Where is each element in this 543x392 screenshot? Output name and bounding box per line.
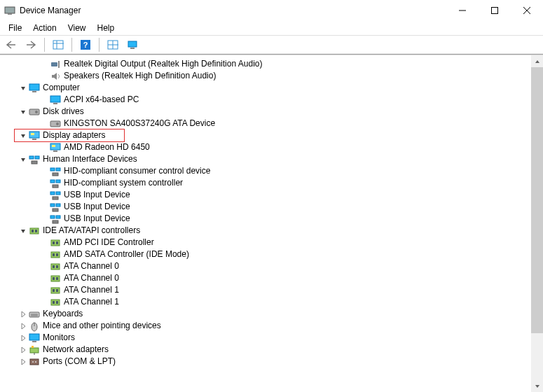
ide-icon [50, 297, 61, 308]
tree-node[interactable]: AMD PCI IDE Controller [4, 237, 531, 248]
tree-node-label: USB Input Device [64, 189, 130, 201]
keyboard-icon [29, 309, 40, 320]
tree-node[interactable]: Human Interface Devices [4, 153, 531, 165]
vertical-scrollbar[interactable] [531, 55, 543, 392]
device-tree[interactable]: Realtek Digital Output (Realtek High Def… [0, 55, 531, 392]
tree-node[interactable]: ATA Channel 1 [4, 296, 531, 308]
tree-node[interactable]: AMD Radeon HD 6450 [4, 141, 531, 153]
ide-icon [29, 225, 40, 237]
expand-toggle[interactable] [18, 309, 28, 319]
tree-node[interactable]: Display adapters [4, 130, 531, 141]
svg-rect-65 [51, 288, 60, 293]
expand-toggle[interactable] [18, 131, 28, 141]
tree-node[interactable]: USB Input Device [4, 213, 531, 225]
tree-node[interactable]: Ports (COM & LPT) [4, 356, 531, 368]
speaker-icon [50, 71, 61, 82]
menubar: File Action View Help [0, 21, 543, 35]
svg-rect-6 [53, 41, 63, 49]
menu-help[interactable]: Help [92, 22, 121, 34]
svg-rect-69 [53, 301, 55, 304]
tree-node-label: HID-compliant consumer control device [64, 165, 210, 177]
tree-node[interactable]: Network adapters [4, 344, 531, 356]
svg-rect-27 [31, 133, 34, 135]
tree-node[interactable]: Speakers (Realtek High Definition Audio) [4, 70, 531, 82]
disk-icon [29, 106, 40, 118]
tree-node[interactable]: Disk drives [4, 106, 531, 118]
tree-node-label: KINGSTON SA400S37240G ATA Device [64, 118, 215, 130]
content-area: Realtek Digital Output (Realtek High Def… [0, 55, 543, 392]
svg-rect-41 [50, 192, 55, 195]
tree-node[interactable]: Keyboards [4, 308, 531, 320]
help-button[interactable]: ? [77, 37, 94, 52]
tree-node[interactable]: Mice and other pointing devices [4, 320, 531, 332]
expand-toggle [39, 143, 49, 153]
tree-node-label: Human Interface Devices [43, 153, 137, 165]
tree-node[interactable]: IDE ATA/ATAPI controllers [4, 225, 531, 237]
monitor-icon [29, 332, 40, 344]
tree-node[interactable]: HID-compliant system controller [4, 177, 531, 189]
scan-button[interactable] [104, 37, 121, 52]
scroll-down-button[interactable] [531, 380, 543, 392]
expand-toggle[interactable] [18, 357, 28, 367]
menu-action[interactable]: Action [27, 22, 62, 34]
expand-toggle [39, 286, 49, 295]
maximize-button[interactable] [479, 0, 511, 21]
tree-node[interactable]: KINGSTON SA400S37240G ATA Device [4, 118, 531, 130]
tree-node[interactable]: USB Input Device [4, 189, 531, 201]
devices-button[interactable] [124, 37, 141, 52]
close-button[interactable] [511, 0, 543, 21]
svg-rect-59 [51, 264, 60, 270]
svg-rect-49 [53, 220, 58, 223]
svg-rect-34 [32, 161, 37, 164]
tree-node[interactable]: ATA Channel 1 [4, 284, 531, 296]
tree-node[interactable]: Computer [4, 82, 531, 94]
scroll-thumb[interactable] [531, 67, 543, 333]
scroll-up-button[interactable] [531, 55, 543, 67]
forward-button[interactable] [22, 37, 39, 52]
svg-rect-68 [51, 300, 60, 305]
svg-rect-51 [32, 230, 34, 232]
svg-rect-17 [58, 61, 60, 68]
svg-rect-0 [5, 7, 15, 13]
expand-toggle[interactable] [18, 155, 28, 164]
tree-node[interactable]: AMD SATA Controller (IDE Mode) [4, 248, 531, 260]
tree-node-label: ACPI x64-based PC [64, 94, 139, 106]
monitor-icon [29, 83, 40, 94]
tree-node[interactable]: Realtek Digital Output (Realtek High Def… [4, 58, 531, 70]
tree-node[interactable]: ATA Channel 0 [4, 260, 531, 272]
expand-toggle [39, 262, 49, 272]
minimize-button[interactable] [446, 0, 479, 21]
expand-toggle[interactable] [18, 83, 28, 93]
show-hide-tree-button[interactable] [50, 37, 67, 52]
expand-toggle [39, 202, 49, 212]
expand-toggle[interactable] [18, 345, 28, 355]
tree-node[interactable]: HID-compliant consumer control device [4, 165, 531, 177]
tree-node[interactable]: USB Input Device [4, 201, 531, 213]
svg-rect-81 [30, 359, 39, 365]
tree-node[interactable]: Monitors [4, 332, 531, 344]
svg-rect-62 [51, 276, 60, 281]
hid-icon [50, 214, 61, 225]
toolbar-separator [71, 38, 72, 52]
svg-point-83 [35, 361, 36, 363]
expand-toggle[interactable] [18, 333, 28, 343]
scroll-track[interactable] [531, 67, 543, 380]
back-button[interactable] [3, 37, 20, 52]
tree-node-label: AMD Radeon HD 6450 [64, 141, 150, 153]
expand-toggle[interactable] [18, 321, 28, 331]
expand-toggle [39, 71, 49, 81]
svg-rect-53 [51, 240, 60, 246]
menu-view[interactable]: View [62, 22, 92, 34]
expand-toggle[interactable] [18, 226, 28, 236]
svg-rect-67 [56, 289, 58, 292]
tree-node[interactable]: ATA Channel 0 [4, 272, 531, 284]
tree-node-label: ATA Channel 1 [64, 284, 119, 296]
svg-rect-57 [53, 253, 55, 256]
menu-file[interactable]: File [3, 22, 27, 34]
expand-toggle [39, 167, 49, 176]
tree-node[interactable]: ACPI x64-based PC [4, 94, 531, 106]
svg-rect-1 [8, 13, 12, 15]
expand-toggle[interactable] [18, 107, 28, 117]
svg-rect-19 [32, 91, 36, 92]
expand-toggle [39, 95, 49, 105]
